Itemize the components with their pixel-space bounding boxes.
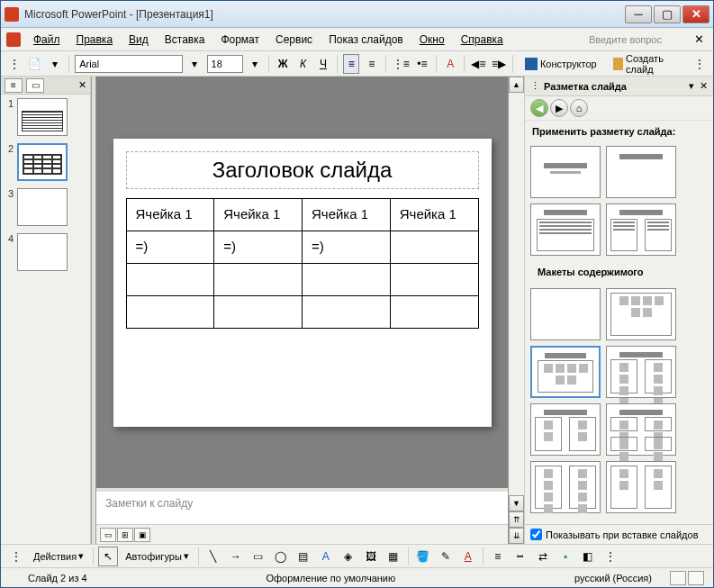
layout-blank[interactable]: [530, 288, 601, 340]
slides-tab[interactable]: ▭: [26, 78, 44, 93]
layout-title-content-icons[interactable]: [530, 346, 601, 398]
table-cell[interactable]: [126, 263, 214, 295]
table-cell[interactable]: Ячейка 1: [126, 198, 214, 231]
arrow-style-button[interactable]: ⇄: [533, 547, 553, 566]
toolbar-handle-icon[interactable]: ⋮: [6, 54, 23, 74]
menu-help[interactable]: Справка: [454, 31, 511, 49]
next-slide-button[interactable]: ⇊: [509, 528, 524, 544]
picture-button[interactable]: ▦: [384, 547, 403, 566]
slide-table[interactable]: Ячейка 1 Ячейка 1 Ячейка 1 Ячейка 1 =) =…: [126, 198, 479, 329]
slide-title-placeholder[interactable]: Заголовок слайда: [126, 151, 479, 189]
table-cell[interactable]: [214, 295, 303, 328]
menu-view[interactable]: Вид: [122, 31, 156, 49]
layout-title-slide[interactable]: [530, 146, 601, 198]
toolbar-overflow-icon[interactable]: ⋮: [601, 547, 620, 566]
numbered-list-button[interactable]: ⋮≡: [392, 54, 411, 74]
size-dropdown-icon[interactable]: ▾: [247, 54, 263, 74]
italic-button[interactable]: К: [294, 54, 311, 74]
scroll-up-button[interactable]: ▲: [509, 77, 524, 93]
layout-title-content[interactable]: [530, 204, 601, 256]
layout-two-content[interactable]: [606, 204, 676, 256]
font-size-select[interactable]: [207, 55, 243, 73]
underline-button[interactable]: Ч: [315, 54, 331, 74]
oval-button[interactable]: ◯: [271, 547, 291, 566]
layout-more-2[interactable]: [606, 461, 676, 513]
layout-four-content[interactable]: [606, 403, 676, 456]
designer-button[interactable]: Конструктор: [519, 55, 603, 73]
taskpane-dropdown-icon[interactable]: ▾: [689, 80, 694, 92]
prev-slide-button[interactable]: ⇈: [509, 511, 524, 528]
table-cell[interactable]: [214, 263, 303, 295]
scroll-down-button[interactable]: ▼: [509, 495, 524, 511]
thumbnail-slide-1[interactable]: [17, 98, 68, 136]
line-button[interactable]: ╲: [203, 547, 223, 566]
nav-home-button[interactable]: ⌂: [570, 99, 588, 117]
vertical-scrollbar[interactable]: ▲ ▼ ⇈ ⇊: [508, 77, 524, 544]
layout-comparison[interactable]: [530, 403, 601, 456]
bold-button[interactable]: Ж: [275, 54, 291, 74]
table-cell[interactable]: Ячейка 1: [303, 198, 391, 231]
thumbnail-slide-2[interactable]: [17, 143, 68, 181]
outline-tab[interactable]: ≡: [5, 78, 23, 93]
table-cell[interactable]: [390, 295, 478, 328]
thumbnail-slide-4[interactable]: [17, 233, 68, 271]
rectangle-button[interactable]: ▭: [249, 547, 268, 566]
3d-button[interactable]: ◧: [578, 547, 598, 566]
dropdown-icon[interactable]: ▾: [47, 54, 63, 74]
font-dropdown-icon[interactable]: ▾: [186, 54, 203, 74]
table-cell[interactable]: [126, 295, 214, 328]
shadow-button[interactable]: ▪: [556, 547, 575, 566]
font-select[interactable]: [75, 55, 183, 73]
table-cell[interactable]: [303, 263, 391, 295]
slide-canvas[interactable]: Заголовок слайда Ячейка 1 Ячейка 1 Ячейк…: [96, 77, 508, 488]
menu-tools[interactable]: Сервис: [268, 31, 320, 49]
menu-slideshow[interactable]: Показ слайдов: [321, 31, 411, 49]
table-cell[interactable]: =): [303, 231, 391, 263]
menu-edit[interactable]: Правка: [69, 31, 121, 49]
layout-title-only[interactable]: [606, 146, 676, 198]
taskpane-close-button[interactable]: ✕: [700, 80, 708, 92]
line-color-button[interactable]: ✎: [436, 547, 456, 566]
dash-style-button[interactable]: ┅: [511, 547, 530, 566]
menu-format[interactable]: Формат: [213, 31, 267, 49]
help-search[interactable]: Введите вопрос: [512, 34, 689, 45]
panel-close-button[interactable]: ✕: [78, 79, 86, 91]
show-on-insert-checkbox[interactable]: [530, 529, 542, 540]
table-cell[interactable]: =): [214, 231, 303, 263]
wordart-button[interactable]: A: [316, 547, 336, 566]
font-increase-button[interactable]: A: [442, 54, 458, 74]
table-cell[interactable]: Ячейка 1: [214, 198, 303, 231]
toolbar-overflow-icon[interactable]: ⋮: [691, 54, 708, 74]
menu-insert[interactable]: Вставка: [158, 31, 212, 49]
table-cell[interactable]: =): [126, 231, 214, 263]
scroll-track[interactable]: [509, 93, 524, 495]
status-icon-1[interactable]: [670, 571, 686, 585]
sorter-view-button[interactable]: ⊞: [117, 528, 133, 542]
menu-file[interactable]: Файл: [26, 31, 68, 49]
new-slide-button[interactable]: Создать слайд: [607, 50, 688, 77]
clipart-button[interactable]: 🖼: [361, 547, 381, 566]
toolbar-handle-icon[interactable]: ⋮: [6, 547, 26, 566]
mdi-close-button[interactable]: ✕: [691, 32, 708, 46]
bullet-list-button[interactable]: •≡: [414, 54, 430, 74]
table-cell[interactable]: [303, 295, 391, 328]
table-cell[interactable]: [390, 263, 478, 295]
fill-color-button[interactable]: 🪣: [413, 547, 433, 566]
decrease-indent-button[interactable]: ◀≡: [470, 54, 486, 74]
increase-indent-button[interactable]: ≡▶: [491, 54, 507, 74]
minimize-button[interactable]: ─: [625, 5, 652, 23]
maximize-button[interactable]: ▢: [654, 5, 681, 23]
slideshow-view-button[interactable]: ▣: [134, 528, 150, 542]
align-left-button[interactable]: ≡: [343, 54, 359, 74]
textbox-button[interactable]: ▤: [294, 547, 313, 566]
font-color-button[interactable]: A: [458, 547, 478, 566]
nav-forward-button[interactable]: ▶: [550, 99, 568, 117]
diagram-button[interactable]: ◈: [339, 547, 358, 566]
normal-view-button[interactable]: ▭: [100, 528, 116, 542]
new-button[interactable]: 📄: [26, 54, 42, 74]
nav-back-button[interactable]: ◀: [530, 99, 548, 117]
table-cell[interactable]: [390, 231, 478, 263]
taskpane-handle-icon[interactable]: ⋮: [530, 80, 540, 92]
actions-dropdown[interactable]: Действия▾: [29, 547, 88, 565]
line-style-button[interactable]: ≡: [488, 547, 508, 566]
